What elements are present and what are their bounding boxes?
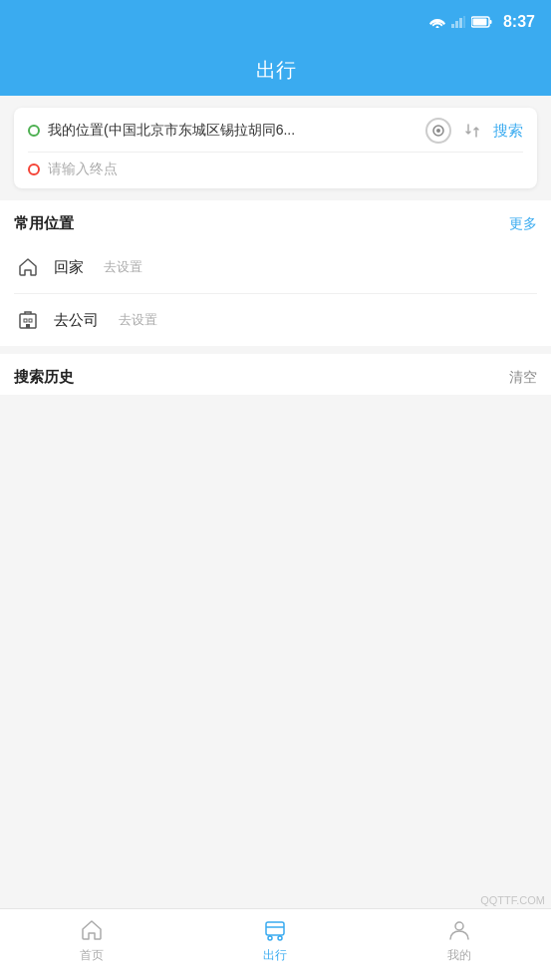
svg-point-15 bbox=[278, 936, 282, 940]
battery-icon bbox=[471, 16, 493, 28]
nav-item-profile[interactable]: 我的 bbox=[368, 917, 551, 964]
svg-rect-3 bbox=[463, 16, 465, 28]
status-icons bbox=[429, 16, 493, 28]
frequent-title: 常用位置 bbox=[14, 214, 74, 233]
nav-item-home[interactable]: 首页 bbox=[0, 917, 183, 964]
svg-point-14 bbox=[268, 936, 272, 940]
status-bar: 8:37 bbox=[0, 0, 551, 44]
svg-rect-0 bbox=[451, 24, 454, 28]
origin-right: 搜索 bbox=[425, 118, 523, 144]
svg-rect-5 bbox=[489, 20, 491, 24]
nav-label-home: 首页 bbox=[80, 947, 104, 964]
svg-point-8 bbox=[436, 129, 440, 133]
history-section: 搜索历史 清空 bbox=[0, 354, 551, 395]
home-label: 回家 bbox=[54, 258, 84, 277]
svg-rect-10 bbox=[24, 319, 27, 322]
app-header: 出行 bbox=[0, 44, 551, 96]
wifi-icon bbox=[429, 16, 445, 28]
svg-rect-12 bbox=[26, 324, 30, 328]
list-item[interactable]: 回家 去设置 bbox=[14, 241, 537, 294]
destination-dot bbox=[28, 163, 40, 175]
origin-left: 我的位置(中国北京市东城区锡拉胡同6... bbox=[28, 122, 425, 140]
destination-input[interactable]: 请输入终点 bbox=[48, 161, 118, 178]
search-button[interactable]: 搜索 bbox=[493, 122, 523, 141]
svg-rect-13 bbox=[266, 922, 284, 935]
header-title: 出行 bbox=[256, 57, 296, 84]
history-header: 搜索历史 清空 bbox=[14, 354, 537, 395]
bottom-nav: 首页 出行 我的 bbox=[0, 908, 551, 980]
nav-item-travel[interactable]: 出行 bbox=[183, 917, 367, 964]
nav-label-profile: 我的 bbox=[447, 947, 471, 964]
origin-dot bbox=[28, 125, 40, 137]
company-icon bbox=[14, 306, 42, 334]
home-desc[interactable]: 去设置 bbox=[104, 258, 142, 276]
list-item[interactable]: 去公司 去设置 bbox=[14, 294, 537, 346]
nav-label-travel: 出行 bbox=[263, 947, 287, 964]
history-clear[interactable]: 清空 bbox=[509, 369, 537, 387]
swap-icon[interactable] bbox=[463, 122, 481, 140]
home-nav-icon bbox=[79, 917, 105, 943]
home-icon bbox=[14, 253, 42, 281]
company-label: 去公司 bbox=[54, 311, 99, 330]
profile-nav-icon bbox=[446, 917, 472, 943]
destination-row: 请输入终点 bbox=[28, 161, 523, 178]
history-title: 搜索历史 bbox=[14, 368, 74, 387]
watermark: QQTTF.COM bbox=[474, 892, 551, 908]
frequent-section: 常用位置 更多 回家 去设置 去公司 去设置 bbox=[0, 200, 551, 346]
search-divider bbox=[28, 152, 523, 153]
svg-rect-6 bbox=[472, 19, 486, 26]
origin-row: 我的位置(中国北京市东城区锡拉胡同6... 搜索 bbox=[28, 118, 523, 144]
location-button[interactable] bbox=[425, 118, 451, 144]
svg-rect-2 bbox=[459, 18, 462, 28]
status-bar-time: 8:37 bbox=[503, 13, 535, 31]
company-desc[interactable]: 去设置 bbox=[119, 311, 157, 329]
origin-input[interactable]: 我的位置(中国北京市东城区锡拉胡同6... bbox=[48, 122, 425, 140]
frequent-more[interactable]: 更多 bbox=[509, 215, 537, 233]
frequent-header: 常用位置 更多 bbox=[14, 200, 537, 241]
svg-rect-1 bbox=[455, 21, 458, 28]
search-box: 我的位置(中国北京市东城区锡拉胡同6... 搜索 请输入终点 bbox=[14, 108, 537, 188]
svg-point-16 bbox=[455, 922, 463, 930]
bus-nav-icon bbox=[262, 917, 288, 943]
svg-rect-11 bbox=[29, 319, 32, 322]
signal-icon bbox=[451, 16, 465, 28]
